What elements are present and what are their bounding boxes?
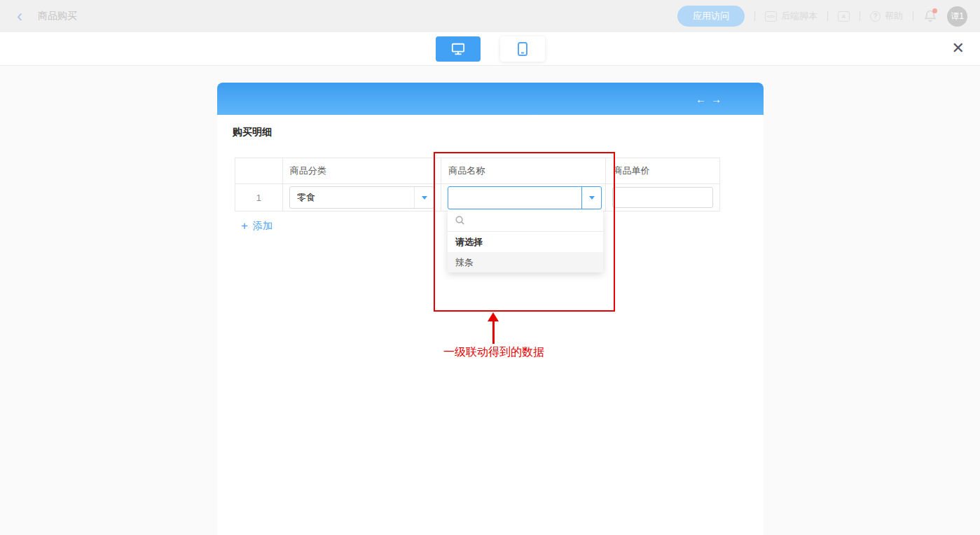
name-dropdown-panel: 请选择 辣条 <box>448 209 603 272</box>
add-row-button[interactable]: + 添加 <box>241 220 272 232</box>
mobile-view-button[interactable] <box>500 36 545 62</box>
plus-icon: + <box>241 221 248 232</box>
header-cell-category: 商品分类 <box>283 158 441 183</box>
header-cell-price: 商品单价 <box>606 158 719 183</box>
avatar[interactable]: 谭1 <box>947 6 967 27</box>
section-title: 购买明细 <box>233 126 272 139</box>
table-row: 1 零食 <box>235 184 719 211</box>
divider <box>913 11 913 21</box>
back-icon[interactable]: ‹ <box>17 9 22 23</box>
help-label: 帮助 <box>885 10 903 22</box>
topbar-left: ‹ 商品购买 <box>0 9 77 23</box>
monitor-icon <box>450 42 466 56</box>
name-cell <box>441 184 606 211</box>
caret-zone <box>414 187 434 208</box>
add-row-label: 添加 <box>253 220 272 232</box>
dropdown-search-row <box>448 209 603 232</box>
header-cell-name: 商品名称 <box>441 158 606 183</box>
book-a-icon: A <box>838 11 850 22</box>
caret-down-icon <box>422 196 427 200</box>
notifications-button[interactable] <box>923 9 937 23</box>
caret-zone <box>581 187 601 209</box>
backend-script-label: 后端脚本 <box>781 10 817 22</box>
language-book-button[interactable]: A <box>838 11 850 22</box>
form-card: ← → 购买明细 商品分类 商品名称 商品单价 1 零食 <box>217 83 764 535</box>
help-button[interactable]: ? 帮助 <box>870 10 903 22</box>
preview-area: ← → 购买明细 商品分类 商品名称 商品单价 1 零食 <box>0 66 980 535</box>
name-select-value <box>448 187 581 209</box>
row-index-cell: 1 <box>235 184 283 211</box>
arrow-right-icon[interactable]: → <box>711 93 722 105</box>
dropdown-search-input[interactable] <box>465 209 603 231</box>
table-header-row: 商品分类 商品名称 商品单价 <box>235 158 719 184</box>
close-icon[interactable]: ✕ <box>952 41 965 56</box>
row-index: 1 <box>256 193 261 203</box>
dropdown-option[interactable]: 请选择 <box>448 232 603 252</box>
name-select[interactable] <box>448 186 602 209</box>
category-select[interactable]: 零食 <box>289 186 434 209</box>
header-pagination: ← → <box>696 83 722 115</box>
dropdown-option[interactable]: 辣条 <box>448 252 603 272</box>
search-icon <box>455 215 465 225</box>
divider <box>860 11 860 21</box>
form-header-band: ← → <box>217 83 764 115</box>
phone-icon <box>516 41 529 57</box>
topbar-right: 应用访问 </> 后端脚本 A ? 帮助 谭1 <box>677 6 980 27</box>
arrow-left-icon[interactable]: ← <box>696 93 706 105</box>
price-input[interactable] <box>612 187 713 208</box>
category-select-value: 零食 <box>290 187 414 208</box>
caret-down-icon <box>589 196 595 200</box>
detail-table: 商品分类 商品名称 商品单价 1 零食 <box>235 158 720 211</box>
notification-dot <box>932 8 937 13</box>
app-access-button[interactable]: 应用访问 <box>677 6 745 27</box>
divider <box>754 11 755 21</box>
help-icon: ? <box>870 11 881 22</box>
header-cell-index <box>235 158 283 183</box>
device-toolbar <box>0 32 980 66</box>
top-app-bar: ‹ 商品购买 应用访问 </> 后端脚本 A ? 帮助 谭1 <box>0 0 980 32</box>
price-cell <box>606 184 719 211</box>
backend-script-button[interactable]: </> 后端脚本 <box>765 10 817 22</box>
code-icon: </> <box>765 11 777 22</box>
divider <box>827 11 828 21</box>
page-title: 商品购买 <box>38 10 77 22</box>
desktop-view-button[interactable] <box>436 36 481 62</box>
category-cell: 零食 <box>283 184 441 211</box>
